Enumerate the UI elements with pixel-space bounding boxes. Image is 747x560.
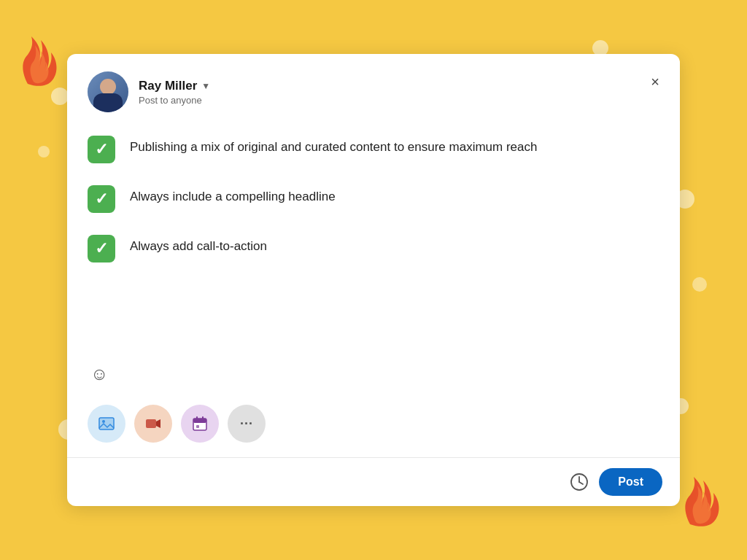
svg-rect-4 bbox=[146, 419, 156, 428]
list-item: ✓ Always add call-to-action bbox=[88, 233, 659, 262]
checklist: ✓ Publishing a mix of original and curat… bbox=[88, 134, 659, 262]
checkmark-icon: ✓ bbox=[95, 241, 108, 257]
checklist-text-2: Always include a compelling headline bbox=[130, 184, 336, 206]
avatar bbox=[88, 71, 128, 112]
checklist-text-1: Publishing a mix of original and curated… bbox=[130, 134, 537, 156]
video-button[interactable] bbox=[134, 405, 172, 443]
svg-rect-9 bbox=[196, 425, 199, 428]
checkmark-icon: ✓ bbox=[95, 141, 108, 158]
checkbox-3[interactable]: ✓ bbox=[88, 235, 115, 262]
schedule-button[interactable] bbox=[570, 472, 589, 491]
video-icon bbox=[144, 415, 162, 432]
post-visibility: Post to anyone bbox=[139, 95, 210, 106]
checkbox-1[interactable]: ✓ bbox=[88, 136, 115, 163]
emoji-button[interactable]: ☺ bbox=[88, 361, 112, 387]
post-modal: Ray Miller ▼ Post to anyone × ✓ Publishi… bbox=[67, 54, 680, 506]
modal-content: ✓ Publishing a mix of original and curat… bbox=[67, 127, 680, 349]
checklist-text-3: Always add call-to-action bbox=[130, 233, 267, 255]
more-button[interactable]: ··· bbox=[228, 405, 266, 443]
emoji-area: ☺ bbox=[67, 349, 680, 396]
svg-rect-6 bbox=[193, 419, 206, 423]
dropdown-arrow-icon[interactable]: ▼ bbox=[201, 81, 210, 91]
svg-rect-3 bbox=[99, 418, 114, 429]
svg-line-12 bbox=[579, 482, 583, 484]
calendar-icon bbox=[191, 415, 209, 432]
modal-footer: Post bbox=[67, 457, 680, 506]
user-name: Ray Miller bbox=[139, 79, 197, 93]
list-item: ✓ Always include a compelling headline bbox=[88, 184, 659, 213]
post-button[interactable]: Post bbox=[599, 468, 662, 496]
user-name-row: Ray Miller ▼ bbox=[139, 79, 210, 93]
clock-icon bbox=[570, 472, 589, 491]
user-info: Ray Miller ▼ Post to anyone bbox=[139, 79, 210, 106]
event-button[interactable] bbox=[181, 405, 219, 443]
list-item: ✓ Publishing a mix of original and curat… bbox=[88, 134, 659, 163]
modal-header: Ray Miller ▼ Post to anyone × bbox=[67, 54, 680, 127]
more-icon: ··· bbox=[240, 416, 253, 432]
photo-icon bbox=[98, 415, 115, 432]
close-button[interactable]: × bbox=[648, 71, 662, 92]
modal-toolbar: ··· bbox=[67, 396, 680, 457]
checkbox-2[interactable]: ✓ bbox=[88, 185, 115, 213]
checkmark-icon: ✓ bbox=[95, 191, 108, 207]
photo-button[interactable] bbox=[88, 405, 125, 443]
